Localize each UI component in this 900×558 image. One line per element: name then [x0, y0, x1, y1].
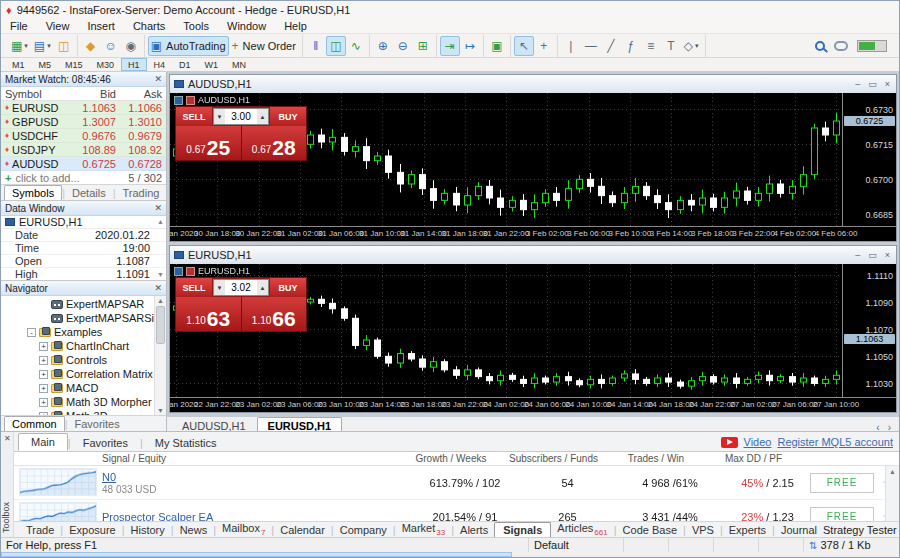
column-bid[interactable]: Bid: [74, 88, 120, 100]
tree-toggle-icon[interactable]: +: [39, 398, 48, 407]
navigator-item[interactable]: +Correlation Matrix 3D: [1, 367, 166, 381]
market-watch-tab-details[interactable]: Details: [65, 186, 113, 200]
maximize-icon[interactable]: ▭: [868, 79, 877, 89]
sell-button[interactable]: SELL: [176, 278, 212, 297]
maximize-icon[interactable]: ▭: [868, 250, 877, 260]
signals-tab-my-statistics[interactable]: My Statistics: [143, 435, 229, 451]
sell-price[interactable]: 1.10 63: [176, 297, 242, 331]
free-button[interactable]: FREE: [810, 507, 874, 522]
volume-stepper[interactable]: ▼ 3.00 ▲: [213, 108, 269, 125]
bar-chart-icon[interactable]: ‖: [306, 36, 326, 56]
volume-stepper[interactable]: ▼ 3.02 ▲: [213, 279, 269, 296]
minimize-icon[interactable]: –: [855, 250, 860, 260]
navigator-tab-common[interactable]: Common: [4, 416, 65, 432]
toolbox-tab-history[interactable]: History: [125, 524, 171, 536]
tree-toggle-icon[interactable]: +: [39, 342, 48, 351]
buy-button[interactable]: BUY: [270, 278, 306, 297]
toolbox-tab-vps[interactable]: VPS: [686, 524, 720, 536]
market-watch-row[interactable]: ♦GBPUSD1.30071.3010: [1, 115, 166, 129]
close-icon[interactable]: ✕: [4, 434, 11, 443]
timeframe-m30[interactable]: M30: [90, 58, 122, 71]
signal-name-link[interactable]: Prospector Scalper EA: [102, 511, 410, 522]
timeframe-m1[interactable]: M1: [5, 58, 32, 71]
menu-item-tools[interactable]: Tools: [174, 20, 218, 32]
horizontal-scrollbar-track[interactable]: [1, 552, 899, 557]
volume-value[interactable]: 3.00: [225, 109, 257, 124]
signal-name-link[interactable]: N0: [102, 471, 410, 483]
shapes-icon[interactable]: ◇▾: [681, 36, 702, 56]
market-watch-row[interactable]: ♦USDJPY108.89108.92: [1, 143, 166, 157]
menu-item-help[interactable]: Help: [275, 20, 316, 32]
navigator-scrollbar[interactable]: ▲ ▼: [154, 296, 166, 415]
scroll-down-icon[interactable]: ▼: [157, 407, 164, 414]
market-watch-row[interactable]: ♦AUDUSD0.67250.6728: [1, 157, 166, 171]
navigator-item[interactable]: +MACD: [1, 381, 166, 395]
column-growth-weeks[interactable]: Growth / Weeks: [396, 453, 506, 464]
autotrading-button[interactable]: ▣AutoTrading: [148, 36, 229, 56]
zoom-out-icon[interactable]: ⊖: [393, 36, 413, 56]
toolbox-tab-signals[interactable]: Signals: [494, 522, 551, 538]
volume-down-icon[interactable]: ▼: [214, 280, 225, 295]
menu-item-window[interactable]: Window: [218, 20, 275, 32]
community-icon[interactable]: ☺: [101, 36, 121, 56]
menu-item-view[interactable]: View: [37, 20, 79, 32]
tree-toggle-icon[interactable]: +: [39, 356, 48, 365]
chart-plot-area[interactable]: AUDUSD,H1 SELL ▼ 3.00 ▲ BUY: [170, 93, 842, 226]
youtube-icon[interactable]: [721, 437, 738, 448]
payments-icon[interactable]: ◆: [81, 36, 101, 56]
timeframe-m5[interactable]: M5: [32, 58, 59, 71]
tree-toggle-icon[interactable]: +: [39, 370, 48, 379]
scroll-up-icon[interactable]: ▲: [889, 468, 896, 475]
buy-price[interactable]: 1.10 66: [242, 297, 307, 331]
status-profile[interactable]: Default: [529, 538, 624, 552]
timeframe-h1[interactable]: H1: [121, 58, 147, 71]
chat-icon[interactable]: [834, 41, 848, 51]
volume-up-icon[interactable]: ▲: [257, 280, 268, 295]
chart-window-titlebar[interactable]: EURUSD,H1 – ▭ ×: [170, 246, 896, 264]
scrollbar-thumb[interactable]: [156, 306, 165, 344]
navigator-item[interactable]: ExpertMAPSARSizeOptim: [1, 311, 166, 325]
timeframe-w1[interactable]: W1: [198, 58, 226, 71]
navigator-item[interactable]: +Math 3D Morpher: [1, 395, 166, 409]
buy-button[interactable]: BUY: [270, 107, 306, 126]
toolbox-tab-calendar[interactable]: Calendar: [274, 524, 331, 536]
text-icon[interactable]: T: [661, 36, 681, 56]
navigator-item[interactable]: ExpertMAPSAR: [1, 297, 166, 311]
signal-row[interactable]: N048 033 USD613.79% / 102544 968 /61%45%…: [14, 466, 899, 500]
toolbox-tab-mailbox[interactable]: Mailbox7: [216, 522, 271, 537]
auto-scroll-icon[interactable]: ⇥: [440, 36, 460, 56]
market-watch-row[interactable]: ♦EURUSD1.10631.1066: [1, 101, 166, 115]
sell-price[interactable]: 0.67 25: [176, 126, 242, 160]
buy-price[interactable]: 0.67 28: [242, 126, 307, 160]
navigator-tab-favorites[interactable]: Favorites: [67, 417, 126, 431]
toolbox-tab-journal[interactable]: Journal: [775, 524, 823, 536]
signals-scrollbar[interactable]: ▲: [885, 466, 899, 521]
toolbox-tab-exposure[interactable]: Exposure: [63, 524, 121, 536]
chart-window-titlebar[interactable]: AUDUSD,H1 – ▭ ×: [170, 75, 896, 93]
volume-down-icon[interactable]: ▼: [214, 109, 225, 124]
chart-shift-icon[interactable]: ↦: [460, 36, 480, 56]
toolbox-tab-code-base[interactable]: Code Base: [617, 524, 683, 536]
minimize-icon[interactable]: –: [855, 79, 860, 89]
toolbox-tab-company[interactable]: Company: [334, 524, 393, 536]
column-maxdd-pf[interactable]: Max DD / PF: [711, 453, 796, 464]
volume-up-icon[interactable]: ▲: [257, 109, 268, 124]
horizontal-line-icon[interactable]: —: [581, 36, 601, 56]
profiles-icon[interactable]: ▤▾: [31, 36, 54, 56]
toolbox-tab-experts[interactable]: Experts: [723, 524, 772, 536]
timeframe-m15[interactable]: M15: [58, 58, 90, 71]
toolbox-tab-alerts[interactable]: Alerts: [454, 524, 494, 536]
horizontal-scrollbar-thumb[interactable]: [1, 552, 512, 557]
scroll-down-icon[interactable]: ▼: [157, 271, 164, 278]
tree-toggle-icon[interactable]: -: [27, 328, 36, 337]
channel-icon[interactable]: ≡: [641, 36, 661, 56]
cursor-icon[interactable]: ↖: [514, 36, 534, 56]
signal-row[interactable]: Prospector Scalper EA201.54% / 912653 43…: [14, 500, 899, 521]
strategy-tester-label[interactable]: Strategy Tester: [823, 524, 899, 536]
sell-button[interactable]: SELL: [176, 107, 212, 126]
close-icon[interactable]: ✕: [154, 203, 162, 213]
line-chart-icon[interactable]: ∿: [346, 36, 366, 56]
vertical-line-icon[interactable]: |: [561, 36, 581, 56]
market-watch-add-row[interactable]: + click to add... 5 / 302: [1, 171, 166, 184]
market-watch-tab-symbols[interactable]: Symbols: [4, 185, 62, 201]
